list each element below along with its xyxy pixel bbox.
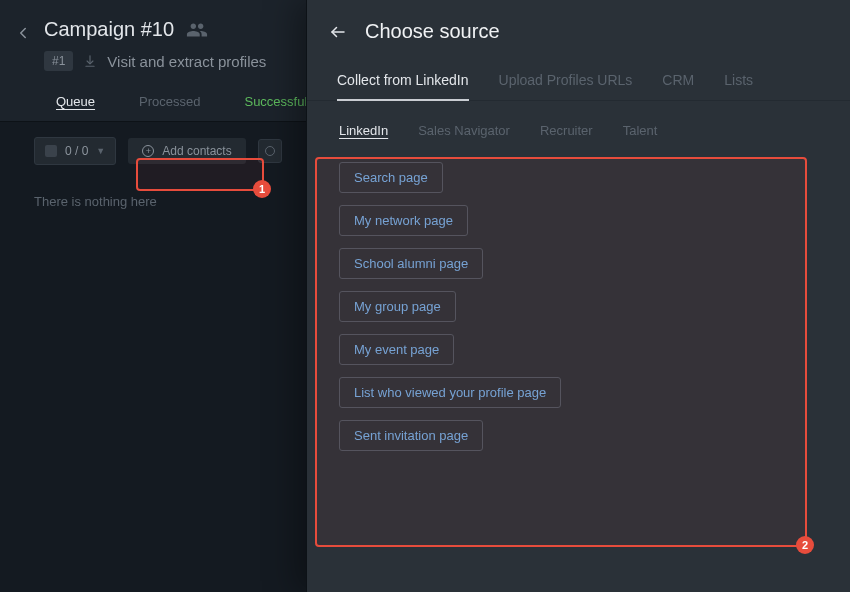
collect-area: LinkedIn Sales Navigator Recruiter Talen… — [307, 101, 850, 592]
cancel-button[interactable] — [258, 139, 282, 163]
option-search-page[interactable]: Search page — [339, 162, 443, 193]
download-icon — [83, 54, 97, 68]
add-contacts-label: Add contacts — [162, 144, 231, 158]
selection-count: 0 / 0 — [65, 144, 88, 158]
panel-tab-upload[interactable]: Upload Profiles URLs — [499, 72, 633, 100]
chevron-down-icon: ▼ — [96, 146, 105, 156]
campaign-badge: #1 — [44, 51, 73, 71]
panel-tab-crm[interactable]: CRM — [662, 72, 694, 100]
subtab-talent[interactable]: Talent — [623, 123, 658, 138]
tab-queue[interactable]: Queue — [34, 94, 117, 121]
subtab-sales-navigator[interactable]: Sales Navigator — [418, 123, 510, 138]
option-my-event-page[interactable]: My event page — [339, 334, 454, 365]
panel-back-icon[interactable] — [329, 23, 347, 41]
option-my-group-page[interactable]: My group page — [339, 291, 456, 322]
source-subtabs: LinkedIn Sales Navigator Recruiter Talen… — [329, 123, 828, 144]
back-icon[interactable] — [14, 18, 32, 42]
tab-processed[interactable]: Processed — [117, 94, 222, 121]
add-contacts-button[interactable]: + Add contacts — [128, 138, 245, 164]
subtab-linkedin[interactable]: LinkedIn — [339, 123, 388, 138]
cancel-icon — [265, 146, 275, 156]
option-school-alumni-page[interactable]: School alumni page — [339, 248, 483, 279]
plus-circle-icon: + — [142, 145, 154, 157]
panel-tab-lists[interactable]: Lists — [724, 72, 753, 100]
subtab-recruiter[interactable]: Recruiter — [540, 123, 593, 138]
panel-title: Choose source — [365, 20, 500, 43]
campaign-title: Campaign #10 — [44, 18, 174, 41]
source-options: Search page My network page School alumn… — [329, 144, 828, 461]
option-who-viewed-page[interactable]: List who viewed your profile page — [339, 377, 561, 408]
panel-tabs: Collect from LinkedIn Upload Profiles UR… — [307, 59, 850, 101]
panel-tab-collect[interactable]: Collect from LinkedIn — [337, 72, 469, 100]
selection-box[interactable]: 0 / 0 ▼ — [34, 137, 116, 165]
choose-source-panel: Choose source Collect from LinkedIn Uplo… — [306, 0, 850, 592]
checkbox-icon — [45, 145, 57, 157]
people-icon[interactable] — [186, 19, 208, 41]
option-my-network-page[interactable]: My network page — [339, 205, 468, 236]
option-sent-invitation-page[interactable]: Sent invitation page — [339, 420, 483, 451]
campaign-subtitle: Visit and extract profiles — [107, 53, 266, 70]
